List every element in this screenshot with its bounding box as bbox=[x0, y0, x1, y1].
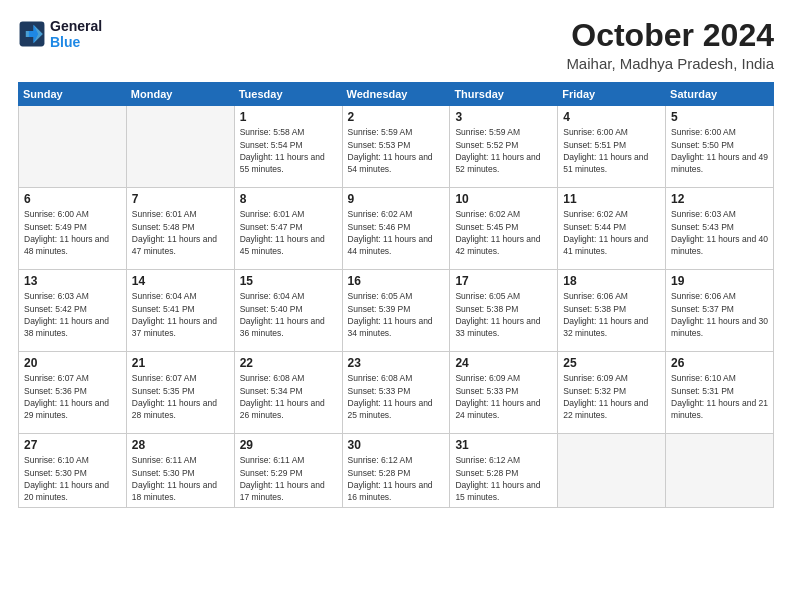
calendar-cell: 14Sunrise: 6:04 AMSunset: 5:41 PMDayligh… bbox=[126, 270, 234, 352]
calendar-cell: 15Sunrise: 6:04 AMSunset: 5:40 PMDayligh… bbox=[234, 270, 342, 352]
calendar-cell: 18Sunrise: 6:06 AMSunset: 5:38 PMDayligh… bbox=[558, 270, 666, 352]
calendar-cell bbox=[666, 434, 774, 508]
day-info: Sunrise: 6:03 AMSunset: 5:42 PMDaylight:… bbox=[24, 290, 121, 339]
calendar-cell bbox=[19, 106, 127, 188]
day-number: 25 bbox=[563, 356, 660, 370]
day-info: Sunrise: 6:12 AMSunset: 5:28 PMDaylight:… bbox=[455, 454, 552, 503]
calendar-cell bbox=[126, 106, 234, 188]
day-info: Sunrise: 6:09 AMSunset: 5:32 PMDaylight:… bbox=[563, 372, 660, 421]
day-number: 4 bbox=[563, 110, 660, 124]
calendar-cell: 17Sunrise: 6:05 AMSunset: 5:38 PMDayligh… bbox=[450, 270, 558, 352]
day-info: Sunrise: 6:04 AMSunset: 5:41 PMDaylight:… bbox=[132, 290, 229, 339]
day-number: 11 bbox=[563, 192, 660, 206]
location-title: Maihar, Madhya Pradesh, India bbox=[566, 55, 774, 72]
day-info: Sunrise: 5:59 AMSunset: 5:53 PMDaylight:… bbox=[348, 126, 445, 175]
day-number: 27 bbox=[24, 438, 121, 452]
calendar-table: SundayMondayTuesdayWednesdayThursdayFrid… bbox=[18, 82, 774, 508]
calendar-cell: 26Sunrise: 6:10 AMSunset: 5:31 PMDayligh… bbox=[666, 352, 774, 434]
day-number: 31 bbox=[455, 438, 552, 452]
calendar-cell: 19Sunrise: 6:06 AMSunset: 5:37 PMDayligh… bbox=[666, 270, 774, 352]
day-info: Sunrise: 6:00 AMSunset: 5:51 PMDaylight:… bbox=[563, 126, 660, 175]
day-number: 28 bbox=[132, 438, 229, 452]
day-number: 17 bbox=[455, 274, 552, 288]
day-info: Sunrise: 6:02 AMSunset: 5:46 PMDaylight:… bbox=[348, 208, 445, 257]
weekday-header: Sunday bbox=[19, 83, 127, 106]
calendar-cell: 20Sunrise: 6:07 AMSunset: 5:36 PMDayligh… bbox=[19, 352, 127, 434]
day-info: Sunrise: 5:59 AMSunset: 5:52 PMDaylight:… bbox=[455, 126, 552, 175]
calendar-week-row: 27Sunrise: 6:10 AMSunset: 5:30 PMDayligh… bbox=[19, 434, 774, 508]
day-number: 9 bbox=[348, 192, 445, 206]
day-info: Sunrise: 6:03 AMSunset: 5:43 PMDaylight:… bbox=[671, 208, 768, 257]
day-number: 23 bbox=[348, 356, 445, 370]
weekday-header: Wednesday bbox=[342, 83, 450, 106]
day-number: 7 bbox=[132, 192, 229, 206]
day-info: Sunrise: 6:11 AMSunset: 5:29 PMDaylight:… bbox=[240, 454, 337, 503]
weekday-header: Friday bbox=[558, 83, 666, 106]
logo-text: General Blue bbox=[50, 18, 102, 50]
day-info: Sunrise: 6:05 AMSunset: 5:39 PMDaylight:… bbox=[348, 290, 445, 339]
day-number: 16 bbox=[348, 274, 445, 288]
day-number: 12 bbox=[671, 192, 768, 206]
day-info: Sunrise: 6:08 AMSunset: 5:34 PMDaylight:… bbox=[240, 372, 337, 421]
day-number: 18 bbox=[563, 274, 660, 288]
day-info: Sunrise: 6:05 AMSunset: 5:38 PMDaylight:… bbox=[455, 290, 552, 339]
day-number: 19 bbox=[671, 274, 768, 288]
calendar-cell: 25Sunrise: 6:09 AMSunset: 5:32 PMDayligh… bbox=[558, 352, 666, 434]
day-number: 5 bbox=[671, 110, 768, 124]
calendar-cell: 13Sunrise: 6:03 AMSunset: 5:42 PMDayligh… bbox=[19, 270, 127, 352]
calendar-cell: 2Sunrise: 5:59 AMSunset: 5:53 PMDaylight… bbox=[342, 106, 450, 188]
day-info: Sunrise: 6:00 AMSunset: 5:50 PMDaylight:… bbox=[671, 126, 768, 175]
header: General Blue October 2024 Maihar, Madhya… bbox=[18, 18, 774, 72]
logo: General Blue bbox=[18, 18, 102, 50]
day-number: 8 bbox=[240, 192, 337, 206]
weekday-header: Saturday bbox=[666, 83, 774, 106]
day-number: 29 bbox=[240, 438, 337, 452]
calendar-cell: 22Sunrise: 6:08 AMSunset: 5:34 PMDayligh… bbox=[234, 352, 342, 434]
calendar-cell: 23Sunrise: 6:08 AMSunset: 5:33 PMDayligh… bbox=[342, 352, 450, 434]
calendar-cell: 4Sunrise: 6:00 AMSunset: 5:51 PMDaylight… bbox=[558, 106, 666, 188]
weekday-header: Monday bbox=[126, 83, 234, 106]
calendar-cell: 24Sunrise: 6:09 AMSunset: 5:33 PMDayligh… bbox=[450, 352, 558, 434]
day-info: Sunrise: 6:10 AMSunset: 5:31 PMDaylight:… bbox=[671, 372, 768, 421]
calendar-cell: 12Sunrise: 6:03 AMSunset: 5:43 PMDayligh… bbox=[666, 188, 774, 270]
day-info: Sunrise: 6:11 AMSunset: 5:30 PMDaylight:… bbox=[132, 454, 229, 503]
day-number: 20 bbox=[24, 356, 121, 370]
calendar-cell: 16Sunrise: 6:05 AMSunset: 5:39 PMDayligh… bbox=[342, 270, 450, 352]
calendar-week-row: 13Sunrise: 6:03 AMSunset: 5:42 PMDayligh… bbox=[19, 270, 774, 352]
calendar-cell: 31Sunrise: 6:12 AMSunset: 5:28 PMDayligh… bbox=[450, 434, 558, 508]
calendar-header-row: SundayMondayTuesdayWednesdayThursdayFrid… bbox=[19, 83, 774, 106]
day-number: 14 bbox=[132, 274, 229, 288]
day-info: Sunrise: 6:00 AMSunset: 5:49 PMDaylight:… bbox=[24, 208, 121, 257]
calendar-week-row: 6Sunrise: 6:00 AMSunset: 5:49 PMDaylight… bbox=[19, 188, 774, 270]
calendar-cell: 6Sunrise: 6:00 AMSunset: 5:49 PMDaylight… bbox=[19, 188, 127, 270]
day-info: Sunrise: 6:06 AMSunset: 5:38 PMDaylight:… bbox=[563, 290, 660, 339]
title-block: October 2024 Maihar, Madhya Pradesh, Ind… bbox=[566, 18, 774, 72]
page: General Blue October 2024 Maihar, Madhya… bbox=[0, 0, 792, 612]
day-number: 21 bbox=[132, 356, 229, 370]
calendar-cell: 1Sunrise: 5:58 AMSunset: 5:54 PMDaylight… bbox=[234, 106, 342, 188]
calendar-cell: 9Sunrise: 6:02 AMSunset: 5:46 PMDaylight… bbox=[342, 188, 450, 270]
day-info: Sunrise: 6:02 AMSunset: 5:44 PMDaylight:… bbox=[563, 208, 660, 257]
calendar-cell bbox=[558, 434, 666, 508]
calendar-cell: 5Sunrise: 6:00 AMSunset: 5:50 PMDaylight… bbox=[666, 106, 774, 188]
calendar-cell: 27Sunrise: 6:10 AMSunset: 5:30 PMDayligh… bbox=[19, 434, 127, 508]
day-number: 22 bbox=[240, 356, 337, 370]
calendar-cell: 3Sunrise: 5:59 AMSunset: 5:52 PMDaylight… bbox=[450, 106, 558, 188]
day-info: Sunrise: 6:10 AMSunset: 5:30 PMDaylight:… bbox=[24, 454, 121, 503]
day-info: Sunrise: 6:06 AMSunset: 5:37 PMDaylight:… bbox=[671, 290, 768, 339]
day-info: Sunrise: 5:58 AMSunset: 5:54 PMDaylight:… bbox=[240, 126, 337, 175]
day-number: 13 bbox=[24, 274, 121, 288]
calendar-cell: 21Sunrise: 6:07 AMSunset: 5:35 PMDayligh… bbox=[126, 352, 234, 434]
day-number: 1 bbox=[240, 110, 337, 124]
day-number: 15 bbox=[240, 274, 337, 288]
day-info: Sunrise: 6:02 AMSunset: 5:45 PMDaylight:… bbox=[455, 208, 552, 257]
day-info: Sunrise: 6:01 AMSunset: 5:47 PMDaylight:… bbox=[240, 208, 337, 257]
day-info: Sunrise: 6:08 AMSunset: 5:33 PMDaylight:… bbox=[348, 372, 445, 421]
calendar-cell: 29Sunrise: 6:11 AMSunset: 5:29 PMDayligh… bbox=[234, 434, 342, 508]
calendar-cell: 7Sunrise: 6:01 AMSunset: 5:48 PMDaylight… bbox=[126, 188, 234, 270]
day-number: 26 bbox=[671, 356, 768, 370]
weekday-header: Tuesday bbox=[234, 83, 342, 106]
logo-icon bbox=[18, 20, 46, 48]
day-number: 24 bbox=[455, 356, 552, 370]
day-info: Sunrise: 6:07 AMSunset: 5:35 PMDaylight:… bbox=[132, 372, 229, 421]
